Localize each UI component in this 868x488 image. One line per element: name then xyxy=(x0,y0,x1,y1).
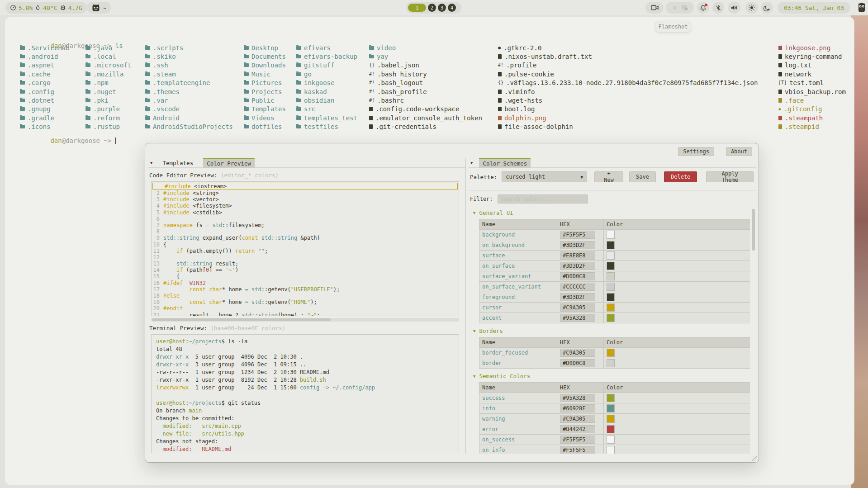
color-swatch[interactable] xyxy=(607,283,615,291)
workspace-4[interactable]: 4 xyxy=(448,4,456,12)
line-number: 5 xyxy=(152,209,163,216)
notifications-button[interactable] xyxy=(697,2,709,14)
tab-templates[interactable]: Templates xyxy=(159,159,197,167)
workspace-3[interactable]: 3 xyxy=(438,4,446,12)
system-menu-button[interactable] xyxy=(857,2,867,13)
terminal-preview-label: Terminal Preview: (base00-base0F colors) xyxy=(149,325,285,332)
column-header-color: Color xyxy=(604,337,750,348)
folder-icon xyxy=(85,107,90,111)
flameshot-tray-icon xyxy=(672,5,678,11)
folder-icon xyxy=(244,63,249,67)
folder-icon xyxy=(85,72,90,76)
hex-input[interactable]: #3D3D2F xyxy=(560,262,595,270)
color-swatch[interactable] xyxy=(607,241,615,249)
ls-column: .scripts.skiko.ssh.steam.templateengine.… xyxy=(145,43,233,131)
settings-button[interactable]: Settings xyxy=(678,147,714,156)
workspace-2[interactable]: 2 xyxy=(428,4,436,12)
pane-menu-icon[interactable]: ▼ xyxy=(150,161,152,165)
file-name: .viminfo xyxy=(504,88,535,95)
night-light-button[interactable] xyxy=(761,2,773,14)
clock-widget[interactable]: 03:46 Sat, Jan 03 xyxy=(778,2,850,14)
volume-button[interactable] xyxy=(728,2,740,14)
workspace-1[interactable]: 1 xyxy=(408,4,426,12)
color-swatch[interactable] xyxy=(607,349,615,357)
pane-menu-icon[interactable]: ▼ xyxy=(470,161,473,165)
sections-scrollbar[interactable] xyxy=(752,209,755,251)
folder-icon xyxy=(369,46,374,50)
focused-app-widget[interactable]: ~ xyxy=(87,2,111,14)
color-swatch[interactable] xyxy=(607,303,615,312)
color-swatch[interactable] xyxy=(607,359,615,367)
file-name: .steam xyxy=(153,71,176,78)
hex-input[interactable]: #B44242 xyxy=(560,425,595,433)
resize-grip[interactable] xyxy=(752,456,758,461)
color-swatch[interactable] xyxy=(607,293,615,301)
editor-hint: (editor_* colors) xyxy=(221,172,279,179)
hex-input[interactable]: #F5F5F5 xyxy=(560,446,595,454)
tray-inactive-group[interactable] xyxy=(666,2,694,14)
shell-prompt-current[interactable]: dan@darkgoose ~> xyxy=(20,130,116,152)
palette-dropdown[interactable]: cursed-light ▼ xyxy=(502,171,587,182)
section-title: Semantic Colors xyxy=(479,373,530,379)
color-swatch[interactable] xyxy=(607,262,615,270)
doc-icon xyxy=(498,124,502,129)
color-swatch[interactable] xyxy=(607,404,615,412)
bluetooth-button[interactable] xyxy=(712,2,724,14)
folder-icon xyxy=(145,90,150,94)
section-header-general-ui[interactable]: ▼General UI xyxy=(473,209,750,216)
hex-input[interactable]: #CCCCCC xyxy=(560,283,595,291)
hex-input[interactable]: #E8E8E8 xyxy=(560,251,595,260)
ls-column: efivarsefivars-backupgitstuffgoinkgoosek… xyxy=(296,43,357,131)
color-swatch[interactable] xyxy=(607,231,615,239)
color-swatch[interactable] xyxy=(607,251,615,260)
chevron-down-icon: ▼ xyxy=(580,175,583,180)
color-swatch[interactable] xyxy=(607,436,615,444)
memory-usage: 4.7G xyxy=(68,5,82,11)
file-entry: testfiles xyxy=(296,123,357,131)
color-swatch[interactable] xyxy=(607,425,615,433)
hex-input[interactable]: #F5F5F5 xyxy=(560,436,595,444)
scrollbar-thumb[interactable] xyxy=(152,318,331,321)
folder-icon xyxy=(145,99,150,102)
brightness-button[interactable] xyxy=(745,2,758,14)
table-row: accent#95A328 xyxy=(479,313,750,323)
hex-input[interactable]: #D0D0C8 xyxy=(560,359,595,367)
hex-input[interactable]: #D0D0C8 xyxy=(560,272,595,280)
hex-input[interactable]: #C9A305 xyxy=(560,349,595,357)
apply-theme-button[interactable]: Apply Theme xyxy=(706,171,754,182)
section-header-borders[interactable]: ▼Borders xyxy=(473,327,750,334)
hex-input[interactable]: #3D3D2F xyxy=(560,293,595,301)
filter-input[interactable] xyxy=(498,194,588,204)
file-entry: .var xyxy=(145,96,233,104)
folder-icon xyxy=(20,125,25,128)
table-row: error#B44242 xyxy=(479,424,750,435)
terminal-preview-line: new file: src/utils.hpp xyxy=(156,431,454,438)
color-swatch[interactable] xyxy=(607,272,615,280)
hex-input[interactable]: #C9A305 xyxy=(560,303,595,312)
hex-input[interactable]: #3D3D2F xyxy=(560,241,595,249)
code-text: { xyxy=(163,242,166,248)
tab-color-schemes[interactable]: Color Schemes xyxy=(479,158,531,168)
file-name: .java xyxy=(93,44,112,52)
code-horizontal-scrollbar[interactable] xyxy=(151,318,459,322)
screen-record-button[interactable] xyxy=(645,2,664,14)
color-swatch[interactable] xyxy=(607,446,615,454)
color-swatch[interactable] xyxy=(607,415,615,423)
color-swatch[interactable] xyxy=(607,394,615,402)
hex-input[interactable]: #F5F5F5 xyxy=(560,231,595,239)
hex-input[interactable]: #95A328 xyxy=(560,394,595,402)
hex-input[interactable]: #60928F xyxy=(560,404,595,412)
delete-button[interactable]: Delete xyxy=(664,171,697,182)
hex-input[interactable]: #C9A305 xyxy=(560,415,595,423)
file-name: file-assoc-dolphin xyxy=(504,123,573,130)
color-swatch[interactable] xyxy=(607,314,615,322)
section-header-semantic-colors[interactable]: ▼Semantic Colors xyxy=(473,373,750,379)
line-number: 3 xyxy=(152,196,163,203)
save-button[interactable]: Save xyxy=(629,171,656,182)
hex-input[interactable]: #95A328 xyxy=(560,314,595,322)
new-palette-button[interactable]: + New xyxy=(594,171,623,182)
tab-color-preview[interactable]: Color Preview xyxy=(203,158,255,168)
cpu-usage: 5.8% xyxy=(19,5,33,11)
about-button[interactable]: About xyxy=(726,147,752,156)
system-stats-widget[interactable]: 5.8% 48°C 4.7G xyxy=(5,2,87,14)
